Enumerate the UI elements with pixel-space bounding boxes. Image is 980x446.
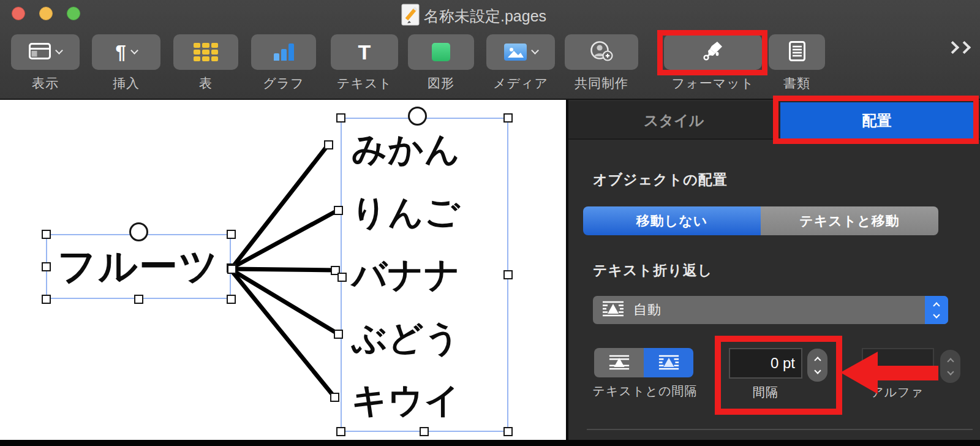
toolbar-item-label: フォーマット: [659, 75, 767, 92]
chevron-down-icon: [55, 47, 63, 55]
wrap-around-option[interactable]: [644, 348, 693, 377]
toolbar-item-text[interactable]: T テキスト: [325, 34, 404, 92]
option-stay-on-page[interactable]: 移動しない: [583, 206, 761, 235]
toolbar-item-media[interactable]: メディア: [481, 34, 560, 92]
toolbar-item-format[interactable]: フォーマット: [659, 34, 767, 92]
resize-handle[interactable]: [420, 427, 429, 436]
spacing-label: 間隔: [729, 384, 802, 401]
chevron-down-icon: [814, 367, 821, 374]
toolbar-item-collaborate[interactable]: 共同制作: [561, 34, 642, 92]
inspector-tabbar: スタイル 配置: [568, 101, 980, 140]
document-file-icon: [401, 4, 420, 28]
resize-handle[interactable]: [42, 262, 51, 271]
toolbar-item-view[interactable]: 表示: [6, 34, 85, 92]
chevron-down-icon: [531, 47, 539, 55]
collaborate-icon: [590, 40, 613, 64]
list-line: キウイ: [352, 369, 461, 432]
resize-handle[interactable]: [336, 427, 345, 436]
chevron-up-icon: [814, 357, 821, 363]
text-distance-label: テキストとの間隔: [579, 383, 711, 399]
resize-handle[interactable]: [42, 230, 51, 239]
parent-textbox-label[interactable]: フルーツ: [46, 234, 231, 299]
resize-handle[interactable]: [503, 427, 513, 436]
toolbar-item-label: 挿入: [87, 75, 165, 92]
list-line: ぶどう: [352, 306, 461, 369]
format-inspector: スタイル 配置 オブジェクトの配置 移動しない テキストと移動 テキスト折り返し: [568, 100, 980, 440]
toolbar-item-label: 図形: [403, 75, 479, 92]
rotation-knob[interactable]: [129, 222, 148, 241]
object-placement-heading: オブジェクトの配置: [593, 170, 728, 189]
line-endpoint-handle[interactable]: [334, 206, 343, 215]
chevron-up-icon: [933, 302, 940, 309]
alpha-label: アルファ: [854, 384, 940, 401]
text-wrap-heading: テキスト折り返し: [593, 261, 712, 280]
toolbar-item-label: 共同制作: [561, 75, 642, 92]
toolbar-overflow-button[interactable]: [948, 43, 969, 52]
media-icon: [504, 43, 527, 61]
alpha-input[interactable]: [862, 348, 934, 377]
table-icon: [194, 43, 218, 61]
text-wrap-dropdown[interactable]: 自動: [593, 296, 948, 324]
format-brush-icon: [703, 40, 723, 64]
close-button[interactable]: [12, 7, 25, 20]
toolbar-item-label: メディア: [481, 75, 560, 92]
alpha-stepper[interactable]: [940, 350, 960, 383]
window-title: 名称未設定.pages: [424, 6, 546, 26]
view-icon: [29, 43, 51, 62]
resize-handle[interactable]: [227, 295, 236, 304]
line-endpoint-handle[interactable]: [227, 265, 236, 274]
chevron-down-icon: [130, 47, 138, 55]
chevron-down-icon: [947, 368, 954, 375]
document-icon: [789, 41, 805, 64]
line-endpoint-handle[interactable]: [324, 140, 333, 149]
pilcrow-icon: ¶: [115, 43, 126, 62]
toolbar-item-shape[interactable]: 図形: [403, 34, 479, 92]
resize-handle[interactable]: [227, 230, 236, 239]
line-endpoint-handle[interactable]: [330, 393, 339, 402]
chart-icon: [274, 43, 294, 61]
spacing-stepper[interactable]: [807, 349, 827, 382]
toolbar-item-chart[interactable]: グラフ: [246, 34, 321, 92]
zoom-button[interactable]: [67, 7, 80, 20]
chevron-up-icon: [947, 358, 954, 365]
resize-handle[interactable]: [134, 295, 143, 304]
section-separator: [587, 429, 973, 430]
text-wrap-value: 自動: [633, 301, 662, 319]
list-line: みかん: [352, 118, 461, 181]
toolbar-item-label: 表示: [6, 75, 85, 92]
text-icon: T: [358, 42, 371, 62]
tab-arrange[interactable]: 配置: [780, 102, 973, 138]
resize-handle[interactable]: [336, 113, 345, 123]
list-textbox[interactable]: みかん りんご バナナ ぶどう キウイ: [352, 118, 461, 432]
shape-icon: [432, 43, 450, 61]
window-bottom-edge: [0, 440, 980, 446]
option-move-with-text[interactable]: テキストと移動: [761, 206, 938, 235]
toolbar-item-insert[interactable]: ¶ 挿入: [87, 34, 165, 92]
toolbar-item-label: グラフ: [246, 75, 321, 92]
wrap-auto-icon: [601, 300, 625, 320]
toolbar-item-label: 表: [168, 75, 243, 92]
titlebar-toolbar: 名称未設定.pages 表示 ¶ 挿入: [0, 0, 980, 100]
toolbar-item-document[interactable]: 書類: [764, 34, 829, 92]
line-endpoint-handle[interactable]: [334, 330, 343, 339]
toolbar-item-label: 書類: [764, 75, 829, 92]
rotation-knob[interactable]: [408, 107, 427, 126]
chevron-right-icon: [958, 41, 971, 54]
minimize-button[interactable]: [39, 7, 53, 20]
line-endpoint-handle[interactable]: [337, 273, 347, 282]
toolbar-item-table[interactable]: 表: [168, 34, 243, 92]
tab-style[interactable]: スタイル: [568, 101, 779, 140]
list-line: りんご: [352, 181, 461, 244]
dropdown-stepper[interactable]: [925, 296, 948, 324]
text-distance-segmented: [594, 348, 693, 377]
resize-handle[interactable]: [503, 113, 513, 123]
resize-handle[interactable]: [503, 270, 513, 279]
document-canvas[interactable]: フルーツ みかん りんご バナナ ぶどう キウイ: [0, 100, 566, 440]
list-line: バナナ: [352, 243, 461, 306]
wrap-above-below-option[interactable]: [594, 348, 644, 377]
spacing-input[interactable]: 0 pt: [729, 348, 802, 379]
pages-window: 名称未設定.pages 表示 ¶ 挿入: [0, 0, 980, 446]
chevron-down-icon: [933, 311, 940, 318]
object-placement-segmented: 移動しない テキストと移動: [583, 206, 938, 235]
resize-handle[interactable]: [42, 295, 51, 304]
